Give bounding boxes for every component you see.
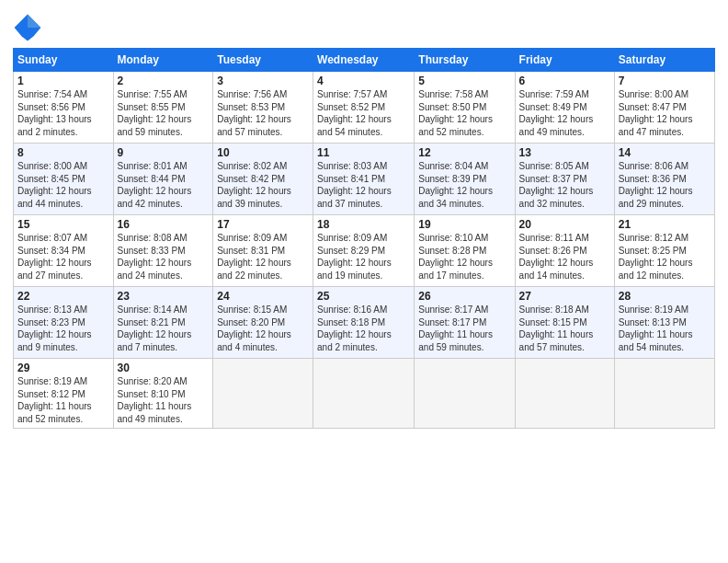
calendar-cell: 1Sunrise: 7:54 AM Sunset: 8:56 PM Daylig… xyxy=(14,72,114,144)
day-info: Sunrise: 8:10 AM Sunset: 8:28 PM Dayligh… xyxy=(418,232,510,282)
calendar-week-3: 15Sunrise: 8:07 AM Sunset: 8:34 PM Dayli… xyxy=(14,215,715,287)
calendar-week-2: 8Sunrise: 8:00 AM Sunset: 8:45 PM Daylig… xyxy=(14,144,715,215)
day-info: Sunrise: 8:18 AM Sunset: 8:15 PM Dayligh… xyxy=(519,304,610,353)
day-number: 8 xyxy=(17,146,109,159)
calendar-cell: 5Sunrise: 7:58 AM Sunset: 8:50 PM Daylig… xyxy=(415,72,515,144)
day-number: 2 xyxy=(118,75,210,87)
day-info: Sunrise: 8:01 AM Sunset: 8:44 PM Dayligh… xyxy=(118,160,210,210)
day-info: Sunrise: 8:19 AM Sunset: 8:13 PM Dayligh… xyxy=(619,304,711,353)
calendar-cell: 26Sunrise: 8:17 AM Sunset: 8:17 PM Dayli… xyxy=(415,287,515,359)
day-number: 21 xyxy=(619,218,711,231)
day-number: 11 xyxy=(317,146,410,159)
calendar-cell: 16Sunrise: 8:08 AM Sunset: 8:33 PM Dayli… xyxy=(113,215,213,287)
weekday-friday: Friday xyxy=(515,49,614,72)
day-info: Sunrise: 8:09 AM Sunset: 8:29 PM Dayligh… xyxy=(317,232,410,282)
logo xyxy=(13,13,46,42)
calendar-cell: 6Sunrise: 7:59 AM Sunset: 8:49 PM Daylig… xyxy=(515,72,614,144)
day-number: 5 xyxy=(418,75,510,87)
day-number: 20 xyxy=(519,218,610,231)
day-number: 13 xyxy=(519,146,610,159)
calendar-cell: 7Sunrise: 8:00 AM Sunset: 8:47 PM Daylig… xyxy=(614,72,714,144)
day-info: Sunrise: 8:05 AM Sunset: 8:37 PM Dayligh… xyxy=(519,160,610,210)
calendar-cell: 17Sunrise: 8:09 AM Sunset: 8:31 PM Dayli… xyxy=(213,215,313,287)
calendar-cell: 11Sunrise: 8:03 AM Sunset: 8:41 PM Dayli… xyxy=(313,144,415,215)
day-number: 23 xyxy=(118,290,210,303)
calendar-cell xyxy=(415,359,515,429)
calendar-cell: 12Sunrise: 8:04 AM Sunset: 8:39 PM Dayli… xyxy=(415,144,515,215)
day-number: 19 xyxy=(418,218,510,231)
calendar-cell: 25Sunrise: 8:16 AM Sunset: 8:18 PM Dayli… xyxy=(313,287,415,359)
day-info: Sunrise: 8:08 AM Sunset: 8:33 PM Dayligh… xyxy=(118,232,210,282)
day-info: Sunrise: 8:13 AM Sunset: 8:23 PM Dayligh… xyxy=(17,304,109,353)
day-info: Sunrise: 8:11 AM Sunset: 8:26 PM Dayligh… xyxy=(519,232,610,282)
logo-icon xyxy=(13,13,42,42)
calendar-cell: 3Sunrise: 7:56 AM Sunset: 8:53 PM Daylig… xyxy=(213,72,313,144)
calendar-cell: 23Sunrise: 8:14 AM Sunset: 8:21 PM Dayli… xyxy=(113,287,213,359)
calendar-table: SundayMondayTuesdayWednesdayThursdayFrid… xyxy=(13,48,715,429)
day-number: 17 xyxy=(217,218,309,231)
calendar-week-4: 22Sunrise: 8:13 AM Sunset: 8:23 PM Dayli… xyxy=(14,287,715,359)
day-info: Sunrise: 8:19 AM Sunset: 8:12 PM Dayligh… xyxy=(17,375,109,425)
day-number: 18 xyxy=(317,218,410,231)
calendar-cell: 13Sunrise: 8:05 AM Sunset: 8:37 PM Dayli… xyxy=(515,144,614,215)
calendar-cell: 4Sunrise: 7:57 AM Sunset: 8:52 PM Daylig… xyxy=(313,72,415,144)
calendar-week-5: 29Sunrise: 8:19 AM Sunset: 8:12 PM Dayli… xyxy=(14,359,715,429)
calendar-cell: 2Sunrise: 7:55 AM Sunset: 8:55 PM Daylig… xyxy=(113,72,213,144)
calendar-cell: 29Sunrise: 8:19 AM Sunset: 8:12 PM Dayli… xyxy=(14,359,114,429)
svg-marker-1 xyxy=(28,15,40,28)
calendar-cell: 21Sunrise: 8:12 AM Sunset: 8:25 PM Dayli… xyxy=(614,215,714,287)
calendar-cell xyxy=(213,359,313,429)
day-number: 27 xyxy=(519,290,610,303)
calendar-cell: 8Sunrise: 8:00 AM Sunset: 8:45 PM Daylig… xyxy=(14,144,114,215)
day-number: 10 xyxy=(217,146,309,159)
day-info: Sunrise: 8:06 AM Sunset: 8:36 PM Dayligh… xyxy=(619,160,711,210)
calendar-cell: 9Sunrise: 8:01 AM Sunset: 8:44 PM Daylig… xyxy=(113,144,213,215)
weekday-sunday: Sunday xyxy=(14,49,114,72)
calendar-cell xyxy=(515,359,614,429)
weekday-saturday: Saturday xyxy=(614,49,714,72)
day-info: Sunrise: 8:04 AM Sunset: 8:39 PM Dayligh… xyxy=(418,160,510,210)
calendar-cell: 19Sunrise: 8:10 AM Sunset: 8:28 PM Dayli… xyxy=(415,215,515,287)
day-number: 9 xyxy=(118,146,210,159)
calendar-cell xyxy=(614,359,714,429)
calendar-cell: 27Sunrise: 8:18 AM Sunset: 8:15 PM Dayli… xyxy=(515,287,614,359)
weekday-thursday: Thursday xyxy=(415,49,515,72)
day-number: 7 xyxy=(619,75,711,87)
day-number: 12 xyxy=(418,146,510,159)
day-number: 26 xyxy=(418,290,510,303)
weekday-tuesday: Tuesday xyxy=(213,49,313,72)
day-number: 4 xyxy=(317,75,410,87)
weekday-header-row: SundayMondayTuesdayWednesdayThursdayFrid… xyxy=(14,49,715,72)
day-number: 6 xyxy=(519,75,610,87)
day-info: Sunrise: 7:57 AM Sunset: 8:52 PM Dayligh… xyxy=(317,88,410,138)
calendar-cell: 10Sunrise: 8:02 AM Sunset: 8:42 PM Dayli… xyxy=(213,144,313,215)
header xyxy=(13,9,715,42)
day-number: 16 xyxy=(118,218,210,231)
calendar-cell: 28Sunrise: 8:19 AM Sunset: 8:13 PM Dayli… xyxy=(614,287,714,359)
weekday-monday: Monday xyxy=(113,49,213,72)
day-info: Sunrise: 8:15 AM Sunset: 8:20 PM Dayligh… xyxy=(217,304,309,353)
day-info: Sunrise: 8:07 AM Sunset: 8:34 PM Dayligh… xyxy=(17,232,109,282)
day-number: 15 xyxy=(17,218,109,231)
calendar-cell: 20Sunrise: 8:11 AM Sunset: 8:26 PM Dayli… xyxy=(515,215,614,287)
page-container: SundayMondayTuesdayWednesdayThursdayFrid… xyxy=(0,0,728,436)
day-info: Sunrise: 8:02 AM Sunset: 8:42 PM Dayligh… xyxy=(217,160,309,210)
calendar-cell xyxy=(313,359,415,429)
day-info: Sunrise: 8:00 AM Sunset: 8:45 PM Dayligh… xyxy=(17,160,109,210)
day-number: 3 xyxy=(217,75,309,87)
day-info: Sunrise: 7:54 AM Sunset: 8:56 PM Dayligh… xyxy=(17,88,109,138)
day-info: Sunrise: 7:59 AM Sunset: 8:49 PM Dayligh… xyxy=(519,88,610,138)
day-number: 1 xyxy=(17,75,109,87)
day-info: Sunrise: 8:00 AM Sunset: 8:47 PM Dayligh… xyxy=(619,88,711,138)
calendar-cell: 14Sunrise: 8:06 AM Sunset: 8:36 PM Dayli… xyxy=(614,144,714,215)
calendar-cell: 30Sunrise: 8:20 AM Sunset: 8:10 PM Dayli… xyxy=(113,359,213,429)
day-info: Sunrise: 7:55 AM Sunset: 8:55 PM Dayligh… xyxy=(118,88,210,138)
calendar-cell: 15Sunrise: 8:07 AM Sunset: 8:34 PM Dayli… xyxy=(14,215,114,287)
day-info: Sunrise: 8:16 AM Sunset: 8:18 PM Dayligh… xyxy=(317,304,410,353)
day-number: 14 xyxy=(619,146,711,159)
calendar-cell: 24Sunrise: 8:15 AM Sunset: 8:20 PM Dayli… xyxy=(213,287,313,359)
day-info: Sunrise: 7:56 AM Sunset: 8:53 PM Dayligh… xyxy=(217,88,309,138)
weekday-wednesday: Wednesday xyxy=(313,49,415,72)
calendar-cell: 22Sunrise: 8:13 AM Sunset: 8:23 PM Dayli… xyxy=(14,287,114,359)
day-info: Sunrise: 8:03 AM Sunset: 8:41 PM Dayligh… xyxy=(317,160,410,210)
